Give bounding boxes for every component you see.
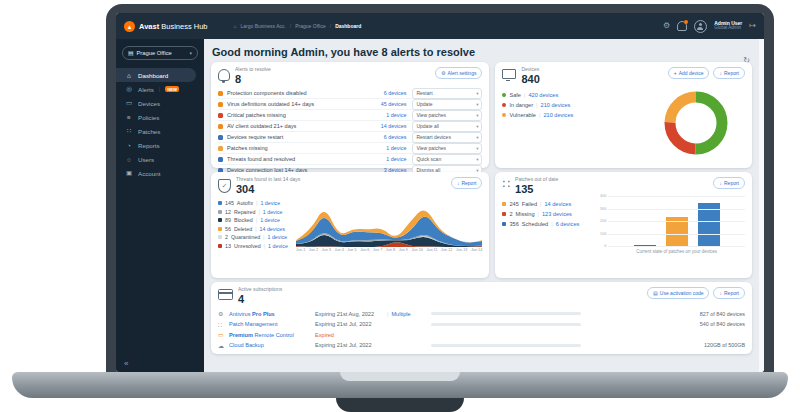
threats-legend: 145Autofix|1 device 12Repaired|1 device … xyxy=(218,197,296,251)
logout-icon[interactable]: ↦ xyxy=(749,22,756,30)
legend-item-blocked: 89Blocked|1 device xyxy=(218,217,296,223)
alert-row: Patches missing1 deviceView patches xyxy=(218,142,482,153)
legend-item-deleted: 56Deleted|14 devices xyxy=(218,226,296,232)
policies-icon: ≡ xyxy=(125,114,133,121)
multiple-link[interactable]: Multiple xyxy=(387,311,431,317)
devices-card: Devices 840 +Add device ↓Report Safe|420… xyxy=(495,62,752,168)
subscription-name-link[interactable]: Cloud Backup xyxy=(229,342,315,348)
expiry-status: Expired xyxy=(315,332,387,338)
action-dropdown[interactable]: View patches xyxy=(412,110,482,121)
bar-chart-caption: Current state of patches on your devices xyxy=(608,249,745,254)
sidebar-item-account[interactable]: ▣Account xyxy=(116,166,196,180)
patches-card-title: Patches out of date xyxy=(515,177,558,183)
threats-report-button[interactable]: ↓Report xyxy=(451,177,483,189)
action-dropdown[interactable]: Quick scan xyxy=(412,154,482,165)
dashboard-icon: ⌂ xyxy=(125,72,133,79)
safe-devices-link[interactable]: 420 devices xyxy=(528,92,558,98)
user-menu[interactable]: Admin User Global Admin xyxy=(714,21,742,31)
scrollbar[interactable] xyxy=(759,39,764,372)
sidebar-item-users[interactable]: ○Users xyxy=(116,152,196,166)
devices-link[interactable]: 6 devices xyxy=(366,90,406,96)
devices-link[interactable]: 45 devices xyxy=(366,101,406,107)
subscription-name-link[interactable]: Premium Remote Control xyxy=(229,332,315,338)
laptop-base-notch xyxy=(340,372,460,381)
sidebar-item-reports[interactable]: ◔Reports xyxy=(116,138,196,152)
usage-value: 827 of 840 devices xyxy=(593,311,745,317)
notifications-bell-icon[interactable] xyxy=(677,21,687,31)
org-selector[interactable]: ▤ Prague Office ▾ xyxy=(122,46,198,60)
alert-type-icon xyxy=(218,124,223,129)
avast-business-hub-app: ▴ Avast Business Hub ⌂ Largo Business Ac… xyxy=(116,13,764,372)
legend-item-failed: 245Failed|14 devices xyxy=(502,201,594,207)
download-icon: ↓ xyxy=(719,180,722,186)
legend-item-vulnerable: Vulnerable|210 devices xyxy=(502,112,594,118)
devices-link[interactable]: 1 device xyxy=(366,145,406,151)
subscription-name-link[interactable]: Patch Management xyxy=(229,321,315,327)
sidebar-item-devices[interactable]: ▭Devices xyxy=(116,96,196,110)
subscriptions-card: Active subscriptions 4 ▤Use activation c… xyxy=(211,282,752,354)
alert-row: Threats found and resolved1 deviceQuick … xyxy=(218,153,482,164)
download-icon: ↓ xyxy=(719,70,722,76)
patch-icon: ∷ xyxy=(502,179,510,189)
subscriptions-report-button[interactable]: ↓Report xyxy=(713,287,745,299)
subscription-name-link[interactable]: Antivirus Pro Plus xyxy=(229,311,315,317)
sidebar-item-alerts[interactable]: ◎Alerts|NEW xyxy=(116,82,196,96)
sidebar-item-policies[interactable]: ≡Policies xyxy=(116,110,196,124)
reports-icon: ◔ xyxy=(125,142,133,149)
add-device-button[interactable]: +Add device xyxy=(668,67,710,79)
alerts-icon: ◎ xyxy=(125,85,133,93)
use-activation-code-button[interactable]: ▤Use activation code xyxy=(647,287,709,299)
card-icon: ▤ xyxy=(653,290,658,296)
sidebar-item-patches[interactable]: ∷Patches xyxy=(116,124,196,138)
threats-card-title: Threats found in last 14 days xyxy=(236,177,300,183)
vulnerable-devices-link[interactable]: 210 devices xyxy=(543,112,573,118)
in-danger-devices-link[interactable]: 210 devices xyxy=(541,102,571,108)
breadcrumb-item-site[interactable]: Prague Office xyxy=(295,23,325,29)
building-icon: ▤ xyxy=(128,50,133,56)
chevron-down-icon: ▾ xyxy=(189,50,192,56)
action-dropdown[interactable]: Restart xyxy=(412,88,482,99)
legend-item-safe: Safe|420 devices xyxy=(502,92,594,98)
action-dropdown[interactable]: Update xyxy=(412,99,482,110)
download-icon: ↓ xyxy=(719,290,722,296)
avatar[interactable] xyxy=(694,20,707,33)
avast-logo-icon: ▴ xyxy=(124,21,135,32)
devices-link[interactable]: 1 device xyxy=(366,112,406,118)
antivirus-icon: ⚙ xyxy=(218,310,229,317)
devices-icon: ▭ xyxy=(125,99,133,107)
action-dropdown[interactable]: View patches xyxy=(412,143,482,154)
devices-donut-chart xyxy=(661,88,731,162)
devices-link[interactable]: 14 devices xyxy=(366,123,406,129)
usage-progress-bar xyxy=(431,344,581,347)
devices-link[interactable]: 6 devices xyxy=(366,134,406,140)
sidebar-item-dashboard[interactable]: ⌂Dashboard xyxy=(116,68,196,82)
devices-link[interactable]: 1 device xyxy=(366,156,406,162)
subscription-row-antivirus: ⚙ Antivirus Pro Plus Expiring 21st Aug, … xyxy=(218,308,745,319)
sidebar: ▤ Prague Office ▾ ⌂Dashboard ◎Alerts|NEW… xyxy=(116,39,204,372)
action-dropdown[interactable]: Update all xyxy=(412,121,482,132)
alert-type-icon xyxy=(218,157,223,162)
alert-settings-button[interactable]: ⚙Alert settings xyxy=(435,67,482,79)
alert-type-icon xyxy=(218,91,223,96)
settings-gear-icon[interactable]: ⚙ xyxy=(663,22,670,30)
gear-icon: ⚙ xyxy=(441,70,445,76)
threats-count: 304 xyxy=(236,183,300,196)
action-dropdown[interactable]: Restart devices xyxy=(412,132,482,143)
breadcrumb-item-account[interactable]: Largo Business Acc. xyxy=(241,23,286,29)
devices-report-button[interactable]: ↓Report xyxy=(713,67,745,79)
alert-row: AV client outdated 21+ days14 devicesUpd… xyxy=(218,120,482,131)
patches-card: ∷ Patches out of date 135 ↓Report 2 xyxy=(495,172,752,278)
subscriptions-card-title: Active subscriptions xyxy=(238,287,282,293)
patches-report-button[interactable]: ↓Report xyxy=(713,177,745,189)
area-chart-x-axis: Jun 1Jun 2Jun 3Jun 4Jun 5Jun 6Jun 7Jun 8… xyxy=(296,248,482,252)
patches-legend: 245Failed|14 devices 2Missing|123 device… xyxy=(502,197,594,254)
alert-row: Protection components disabled6 devicesR… xyxy=(218,88,482,98)
shield-check-icon: ✓ xyxy=(218,179,231,193)
alert-row: Virus definitions outdated 14+ days45 de… xyxy=(218,98,482,109)
subscription-row-remote-control: ▭ Premium Remote Control Expired xyxy=(218,329,745,340)
breadcrumb: ⌂ Largo Business Acc. / Prague Office / … xyxy=(234,23,362,29)
expiry-date: Expiring 21st Jul, 2022 xyxy=(315,321,387,327)
home-icon[interactable]: ⌂ xyxy=(234,23,237,29)
collapse-sidebar-icon[interactable]: « xyxy=(124,359,128,368)
brand-title: Avast Business Hub xyxy=(139,22,208,31)
